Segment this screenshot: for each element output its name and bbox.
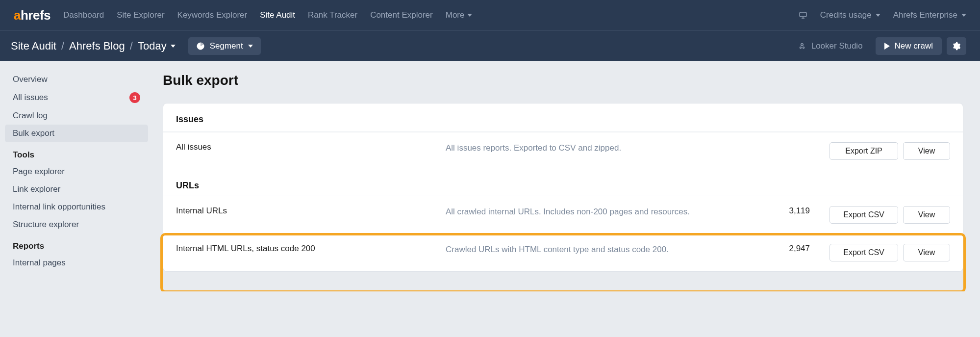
breadcrumb: Site Audit / Ahrefs Blog / Today: [11, 40, 176, 52]
sidebar-item-all-issues[interactable]: All issues 3: [5, 88, 148, 107]
sidebar-item-label: Link explorer: [13, 184, 60, 194]
export-csv-button[interactable]: Export CSV: [829, 244, 898, 261]
sidebar-item-internal-link-opps[interactable]: Internal link opportunities: [5, 198, 148, 216]
svg-point-3: [801, 43, 803, 46]
sidebar-item-internal-pages[interactable]: Internal pages: [5, 254, 148, 272]
new-crawl-label: New crawl: [895, 41, 933, 51]
looker-studio-link[interactable]: Looker Studio: [798, 41, 863, 51]
nav-more-label: More: [446, 10, 465, 20]
row-desc: All issues reports. Exported to CSV and …: [446, 142, 746, 155]
table-row-all-issues: All issues All issues reports. Exported …: [163, 132, 963, 170]
chevron-down-icon: [171, 45, 176, 48]
nav-more[interactable]: More: [446, 10, 473, 20]
export-zip-button[interactable]: Export ZIP: [829, 142, 898, 160]
nav-site-explorer[interactable]: Site Explorer: [117, 10, 164, 20]
sidebar-item-label: All issues: [13, 93, 48, 103]
sidebar-item-crawl-log[interactable]: Crawl log: [5, 107, 148, 125]
chevron-down-icon: [248, 45, 253, 48]
svg-point-5: [803, 47, 804, 48]
pie-chart-icon: [196, 42, 205, 51]
sidebar-item-label: Crawl log: [13, 111, 48, 121]
segment-label: Segment: [210, 41, 243, 51]
table-row-internal-urls: Internal URLs All crawled internal URLs.…: [163, 196, 963, 233]
row-count: 2,947: [756, 244, 810, 254]
sidebar-item-bulk-export[interactable]: Bulk export: [5, 125, 148, 142]
logo[interactable]: ahrefs: [14, 8, 50, 23]
sidebar-item-overview[interactable]: Overview: [5, 71, 148, 88]
new-crawl-button[interactable]: New crawl: [876, 37, 942, 55]
view-button[interactable]: View: [903, 206, 950, 224]
row-actions: Export CSV View: [829, 244, 950, 261]
sidebar: Overview All issues 3 Crawl log Bulk exp…: [0, 61, 153, 291]
row-actions: Export CSV View: [829, 206, 950, 224]
sidebar-item-label: Page explorer: [13, 167, 65, 177]
logo-letter-a: a: [14, 8, 21, 23]
row-desc: All crawled internal URLs. Includes non-…: [446, 206, 746, 218]
row-actions: Export ZIP View: [829, 142, 950, 160]
nav-dashboard[interactable]: Dashboard: [63, 10, 104, 20]
svg-point-4: [800, 47, 801, 48]
row-name: Internal HTML URLs, status code 200: [176, 244, 436, 254]
sidebar-item-link-explorer[interactable]: Link explorer: [5, 181, 148, 198]
sidebar-item-label: Bulk export: [13, 129, 54, 138]
sub-nav: Site Audit / Ahrefs Blog / Today Segment…: [0, 30, 980, 61]
sidebar-head-tools: Tools: [5, 142, 148, 163]
table-row-internal-html-200: Internal HTML URLs, status code 200 Craw…: [163, 233, 963, 271]
play-icon: [884, 43, 890, 50]
crumb-sep: /: [61, 40, 64, 52]
nav-keywords-explorer[interactable]: Keywords Explorer: [177, 10, 248, 20]
segment-button[interactable]: Segment: [188, 37, 261, 55]
crumb-date-label: Today: [138, 40, 167, 52]
nav-credits-usage[interactable]: Credits usage: [820, 10, 880, 20]
monitor-icon: [799, 11, 807, 20]
sidebar-head-reports: Reports: [5, 233, 148, 254]
section-head-urls: URLs: [163, 170, 963, 196]
row-name: All issues: [176, 142, 436, 152]
gear-icon: [952, 42, 961, 51]
section-head-issues: Issues: [163, 104, 963, 132]
chevron-down-icon: [467, 14, 472, 17]
row-name: Internal URLs: [176, 206, 436, 216]
sidebar-item-label: Overview: [13, 75, 48, 84]
row-count: 3,119: [756, 206, 810, 216]
view-button[interactable]: View: [903, 142, 950, 160]
row-desc: Crawled URLs with HTML content type and …: [446, 244, 746, 256]
nav-site-audit[interactable]: Site Audit: [260, 10, 295, 20]
logo-rest: hrefs: [21, 8, 50, 23]
sidebar-item-page-explorer[interactable]: Page explorer: [5, 163, 148, 181]
export-csv-button[interactable]: Export CSV: [829, 206, 898, 224]
nav-account-label: Ahrefs Enterprise: [893, 10, 957, 20]
page-title: Bulk export: [163, 73, 963, 88]
nav-rank-tracker[interactable]: Rank Tracker: [308, 10, 357, 20]
issues-badge: 3: [129, 92, 140, 103]
crumb-project[interactable]: Ahrefs Blog: [69, 40, 125, 52]
main-content: Bulk export Issues All issues All issues…: [153, 61, 980, 291]
top-nav: ahrefs Dashboard Site Explorer Keywords …: [0, 0, 980, 30]
nav-content-explorer[interactable]: Content Explorer: [370, 10, 433, 20]
crumb-date-selector[interactable]: Today: [138, 40, 176, 52]
sidebar-item-structure-explorer[interactable]: Structure explorer: [5, 216, 148, 233]
looker-label: Looker Studio: [811, 41, 863, 51]
crumb-sep: /: [130, 40, 133, 52]
crumb-site-audit[interactable]: Site Audit: [11, 40, 56, 52]
bulk-export-card: Issues All issues All issues reports. Ex…: [163, 103, 963, 272]
nav-account[interactable]: Ahrefs Enterprise: [893, 10, 966, 20]
main-layout: Overview All issues 3 Crawl log Bulk exp…: [0, 61, 980, 291]
main-nav-links: Dashboard Site Explorer Keywords Explore…: [63, 10, 799, 20]
sidebar-item-label: Internal link opportunities: [13, 202, 105, 212]
svg-rect-0: [800, 12, 806, 17]
nav-display-icon[interactable]: [799, 11, 807, 20]
view-button[interactable]: View: [903, 244, 950, 261]
looker-icon: [798, 42, 806, 51]
chevron-down-icon: [961, 14, 966, 17]
settings-button[interactable]: [947, 37, 966, 55]
sidebar-item-label: Internal pages: [13, 258, 66, 268]
nav-right: Credits usage Ahrefs Enterprise: [799, 10, 966, 20]
nav-credits-label: Credits usage: [820, 10, 872, 20]
sidebar-item-label: Structure explorer: [13, 220, 79, 230]
chevron-down-icon: [876, 14, 880, 17]
